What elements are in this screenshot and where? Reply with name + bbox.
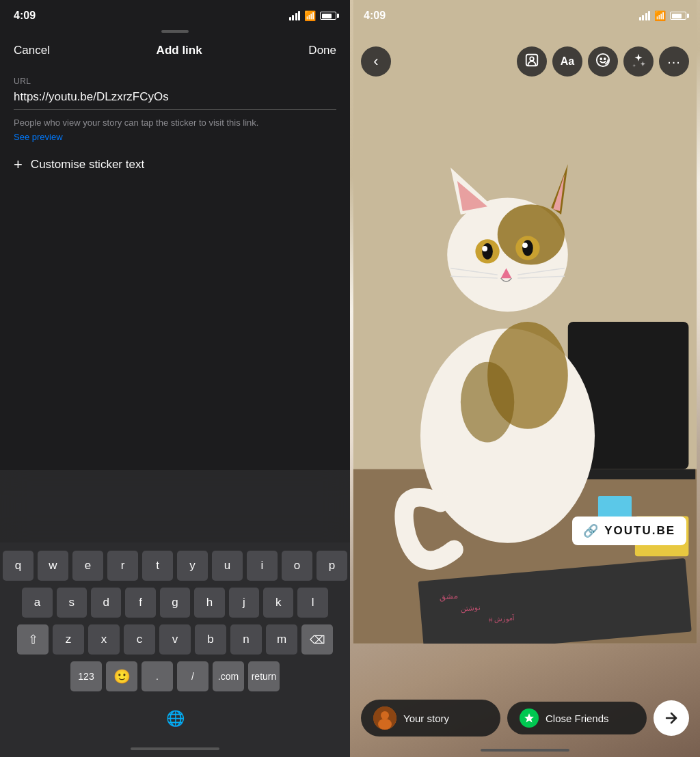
cancel-button[interactable]: Cancel bbox=[14, 44, 50, 57]
text-button[interactable]: Aa bbox=[552, 46, 582, 77]
customise-sticker-label: Customise sticker text bbox=[31, 158, 144, 171]
key-s[interactable]: s bbox=[57, 588, 87, 618]
emoji-key[interactable]: 🙂 bbox=[106, 661, 137, 691]
close-friends-label: Close Friends bbox=[546, 713, 609, 724]
right-status-bar: 4:09 📶 bbox=[350, 0, 700, 27]
key-k[interactable]: k bbox=[263, 588, 293, 618]
dotcom-key[interactable]: .com bbox=[213, 661, 244, 691]
left-status-icons: 📶 bbox=[289, 10, 337, 21]
svg-point-39 bbox=[378, 719, 392, 730]
your-story-button[interactable]: Your story bbox=[361, 700, 500, 737]
key-e[interactable]: e bbox=[72, 551, 103, 581]
done-button[interactable]: Done bbox=[308, 44, 336, 57]
more-icon: ··· bbox=[667, 54, 681, 70]
key-x[interactable]: x bbox=[88, 624, 120, 655]
left-home-indicator bbox=[131, 747, 219, 750]
link-icon: 🔗 bbox=[583, 523, 599, 538]
battery-icon bbox=[320, 12, 336, 20]
key-j[interactable]: j bbox=[229, 588, 259, 618]
right-panel: Native BUT مشق نوشتن # آموزش 4:09 📶 bbox=[350, 0, 700, 757]
share-bar: Your story Close Friends bbox=[361, 700, 689, 737]
svg-point-36 bbox=[604, 58, 606, 59]
key-l[interactable]: l bbox=[297, 588, 327, 618]
key-f[interactable]: f bbox=[125, 588, 155, 618]
send-button[interactable] bbox=[654, 700, 689, 736]
key-u[interactable]: u bbox=[212, 551, 243, 581]
url-label: URL bbox=[14, 77, 336, 86]
url-hint: People who view your story can tap the s… bbox=[0, 110, 350, 132]
svg-point-17 bbox=[482, 246, 487, 251]
effects-icon bbox=[631, 53, 646, 71]
customise-sticker-button[interactable]: + Customise sticker text bbox=[0, 142, 350, 187]
key-q[interactable]: q bbox=[3, 551, 33, 581]
key-i[interactable]: i bbox=[247, 551, 278, 581]
tag-person-button[interactable] bbox=[517, 46, 547, 77]
url-section: URL bbox=[0, 68, 350, 110]
key-c[interactable]: c bbox=[124, 624, 155, 655]
key-g[interactable]: g bbox=[160, 588, 190, 618]
see-preview-link[interactable]: See preview bbox=[0, 132, 350, 142]
key-p[interactable]: p bbox=[317, 551, 347, 581]
key-a[interactable]: a bbox=[22, 588, 52, 618]
key-y[interactable]: y bbox=[177, 551, 208, 581]
cat-image: Native BUT مشق نوشتن # آموزش bbox=[350, 0, 700, 644]
slash-key[interactable]: / bbox=[177, 661, 208, 691]
period-key[interactable]: . bbox=[142, 661, 173, 691]
delete-key[interactable]: ⌫ bbox=[301, 624, 333, 655]
url-input[interactable] bbox=[14, 90, 336, 104]
keyboard-row-1: q w e r t y u i o p bbox=[3, 551, 347, 581]
wifi-icon: 📶 bbox=[304, 10, 316, 21]
more-button[interactable]: ··· bbox=[659, 46, 689, 77]
key-o[interactable]: o bbox=[282, 551, 312, 581]
left-panel: 4:09 📶 Cancel Add link Done URL Peo bbox=[0, 0, 350, 757]
close-friends-button[interactable]: Close Friends bbox=[507, 702, 647, 734]
right-home-indicator bbox=[481, 749, 569, 752]
key-m[interactable]: m bbox=[266, 624, 297, 655]
text-icon: Aa bbox=[561, 55, 574, 68]
key-z[interactable]: z bbox=[53, 624, 84, 655]
your-story-label: Your story bbox=[403, 713, 449, 724]
keyboard-row-2: a s d f g h j k l bbox=[3, 588, 347, 618]
key-d[interactable]: d bbox=[91, 588, 121, 618]
sticker-icon bbox=[595, 53, 610, 71]
youtu-label: YOUTU.BE bbox=[604, 524, 675, 538]
sticker-button[interactable] bbox=[588, 46, 618, 77]
keyboard-row-4: 123 🙂 . / .com return bbox=[3, 661, 347, 691]
user-avatar bbox=[373, 706, 396, 730]
story-background: Native BUT مشق نوشتن # آموزش bbox=[350, 0, 700, 757]
right-time: 4:09 bbox=[364, 10, 386, 22]
story-toolbar: ‹ Aa bbox=[350, 41, 700, 82]
key-w[interactable]: w bbox=[38, 551, 68, 581]
key-v[interactable]: v bbox=[159, 624, 191, 655]
key-h[interactable]: h bbox=[194, 588, 224, 618]
send-icon bbox=[663, 710, 679, 726]
shift-key[interactable]: ⇧ bbox=[17, 624, 49, 655]
keyboard-row-3: ⇧ z x c v b n m ⌫ bbox=[3, 624, 347, 655]
right-status-icons: 📶 bbox=[639, 10, 687, 21]
key-b[interactable]: b bbox=[195, 624, 226, 655]
youtu-sticker[interactable]: 🔗 YOUTU.BE bbox=[572, 517, 686, 545]
add-link-title: Add link bbox=[157, 44, 202, 57]
svg-point-16 bbox=[522, 240, 533, 256]
blur-overlay bbox=[0, 470, 350, 552]
back-icon: ‹ bbox=[373, 53, 378, 70]
left-time: 4:09 bbox=[14, 10, 36, 22]
globe-key[interactable]: 🌐 bbox=[160, 704, 190, 734]
svg-marker-40 bbox=[524, 713, 534, 723]
numbers-key[interactable]: 123 bbox=[70, 661, 102, 691]
url-input-container bbox=[14, 90, 336, 110]
back-button[interactable]: ‹ bbox=[361, 46, 391, 77]
svg-point-35 bbox=[600, 58, 602, 59]
keyboard[interactable]: q w e r t y u i o p a s d f g h j k l ⇧ bbox=[0, 542, 350, 757]
svg-point-33 bbox=[530, 57, 534, 61]
right-signal-icon bbox=[639, 11, 651, 20]
keyboard-bottom-row: 🌐 bbox=[3, 698, 347, 747]
return-key[interactable]: return bbox=[248, 661, 280, 691]
key-t[interactable]: t bbox=[142, 551, 173, 581]
key-n[interactable]: n bbox=[230, 624, 262, 655]
effects-button[interactable] bbox=[623, 46, 654, 77]
key-r[interactable]: r bbox=[107, 551, 138, 581]
plus-icon: + bbox=[14, 156, 23, 174]
svg-point-38 bbox=[381, 711, 389, 719]
right-battery-icon bbox=[670, 12, 686, 20]
